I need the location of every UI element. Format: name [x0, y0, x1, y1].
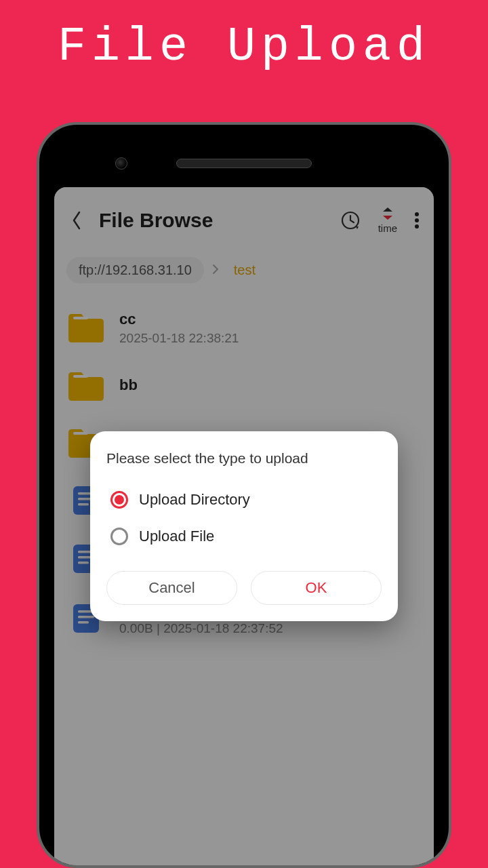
- radio-unselected-icon: [110, 528, 128, 545]
- screen: File Browse time: [54, 187, 434, 865]
- upload-type-dialog: Please select the type to upload Upload …: [90, 431, 398, 621]
- ok-button[interactable]: OK: [251, 571, 382, 605]
- radio-label: Upload File: [139, 528, 214, 545]
- phone-top-bezel: [54, 140, 434, 187]
- radio-selected-icon: [110, 491, 128, 509]
- radio-label: Upload Directory: [139, 491, 250, 509]
- dialog-title: Please select the type to upload: [106, 450, 382, 467]
- phone-frame: File Browse time: [37, 122, 451, 868]
- cancel-button[interactable]: Cancel: [106, 571, 237, 605]
- promo-title: File Upload: [0, 0, 488, 74]
- camera-icon: [115, 157, 127, 170]
- radio-upload-directory[interactable]: Upload Directory: [106, 481, 382, 518]
- speaker-icon: [176, 159, 312, 168]
- radio-upload-file[interactable]: Upload File: [106, 518, 382, 555]
